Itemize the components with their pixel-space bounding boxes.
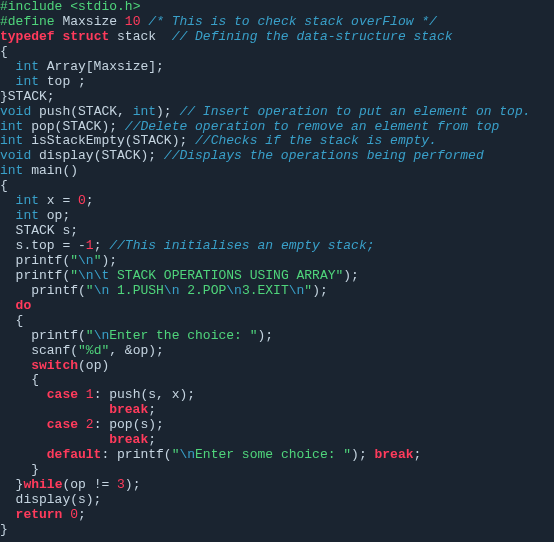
comment: //Checks if the stack is empty. (195, 133, 437, 148)
string: STACK OPERATIONS USING ARRAY (109, 268, 335, 283)
identifier: stack (117, 29, 172, 44)
literal: 0 (70, 507, 78, 522)
brace: { (0, 178, 8, 193)
escape: \n\t (78, 268, 109, 283)
type-int: int (0, 133, 23, 148)
fn-main: main() (23, 163, 78, 178)
type-void: void (0, 104, 31, 119)
literal: 1 (86, 387, 94, 402)
keyword-return: return (16, 507, 63, 522)
fn-printf: printf( (31, 283, 86, 298)
keyword-break: break (375, 447, 414, 462)
code-block: #include <stdio.h> #define Maxsize 10 /*… (0, 0, 554, 538)
comment: // Insert operation to put an element on… (179, 104, 530, 119)
macro-name: Maxsize (62, 14, 124, 29)
literal: 0 (78, 193, 86, 208)
type-int: int (0, 163, 23, 178)
type-int: int (16, 193, 39, 208)
brace: } (31, 462, 39, 477)
literal: 3 (117, 477, 125, 492)
type-int: int (16, 59, 39, 74)
comment: /* This is to check stack overFlow */ (140, 14, 436, 29)
type-void: void (0, 148, 31, 163)
keyword-while: while (23, 477, 62, 492)
decl: top ; (39, 74, 86, 89)
string: %d (86, 343, 102, 358)
keyword-default: default (47, 447, 102, 462)
keyword-typedef: typedef (0, 29, 55, 44)
keyword-break: break (109, 402, 148, 417)
keyword-case: case (47, 387, 78, 402)
string: Enter some choice: (195, 447, 343, 462)
preproc-include: #include (0, 0, 70, 14)
decl: STACK s; (16, 223, 78, 238)
comment: //This initialises an empty stack; (109, 238, 374, 253)
fn-printf: printf( (16, 268, 71, 283)
keyword-break: break (109, 432, 148, 447)
comment: // Defining the data-structure stack (172, 29, 453, 44)
keyword-struct: struct (62, 29, 109, 44)
keyword-switch: switch (31, 358, 78, 373)
fn-scanf: scanf( (31, 343, 78, 358)
decl: Array[Maxsize]; (39, 59, 164, 74)
fn-printf: printf( (16, 253, 71, 268)
include-file: <stdio.h> (70, 0, 140, 14)
fn-printf: printf( (31, 328, 86, 343)
preproc-define: #define (0, 14, 62, 29)
brace: { (0, 44, 8, 59)
comment: //Delete operation to remove an element … (125, 119, 499, 134)
stmt: display(s); (16, 492, 102, 507)
brace: }STACK; (0, 89, 55, 104)
literal: 2 (86, 417, 94, 432)
keyword-case: case (47, 417, 78, 432)
brace: { (31, 372, 39, 387)
keyword-do: do (16, 298, 32, 313)
brace: } (0, 522, 8, 537)
type-int: int (16, 74, 39, 89)
string: Enter the choice: (109, 328, 249, 343)
brace: { (16, 313, 24, 328)
comment: //Displays the operations being performe… (164, 148, 484, 163)
escape: \n (78, 253, 94, 268)
type-int: int (16, 208, 39, 223)
type-int: int (0, 119, 23, 134)
literal: 10 (125, 14, 141, 29)
literal: 1 (86, 238, 94, 253)
type-int: int (133, 104, 156, 119)
